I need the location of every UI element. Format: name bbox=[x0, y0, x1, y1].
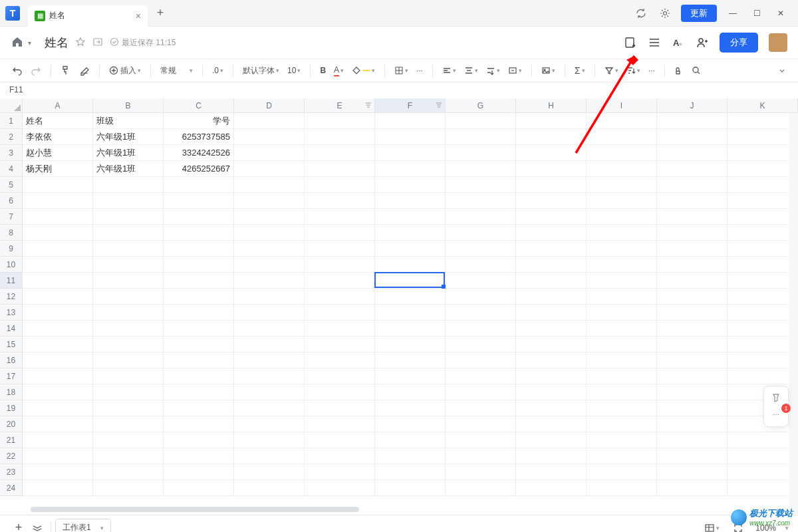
cell[interactable] bbox=[93, 480, 164, 496]
cell[interactable] bbox=[23, 305, 93, 321]
cell[interactable] bbox=[728, 145, 798, 161]
cell[interactable] bbox=[446, 305, 516, 321]
cell[interactable] bbox=[587, 145, 657, 161]
cell[interactable] bbox=[446, 177, 516, 193]
cell[interactable] bbox=[164, 400, 234, 416]
cell[interactable] bbox=[234, 384, 305, 400]
cell[interactable] bbox=[164, 448, 234, 464]
select-all-corner[interactable] bbox=[0, 98, 23, 112]
cell[interactable] bbox=[305, 336, 375, 352]
cell[interactable] bbox=[587, 289, 657, 305]
cell[interactable] bbox=[234, 177, 305, 193]
cell[interactable] bbox=[375, 145, 446, 161]
cell[interactable] bbox=[516, 416, 587, 432]
cell[interactable] bbox=[657, 352, 728, 368]
cell[interactable] bbox=[587, 432, 657, 448]
cell[interactable] bbox=[587, 193, 657, 209]
update-button[interactable]: 更新 bbox=[681, 5, 717, 22]
cell[interactable] bbox=[657, 384, 728, 400]
decimal-button[interactable]: .0▾ bbox=[209, 63, 226, 78]
row-header[interactable]: 17 bbox=[0, 368, 23, 384]
cell[interactable] bbox=[375, 289, 446, 305]
cell[interactable] bbox=[587, 321, 657, 336]
cell[interactable] bbox=[234, 113, 305, 129]
cell[interactable] bbox=[375, 416, 446, 432]
cell[interactable] bbox=[657, 464, 728, 480]
cell[interactable] bbox=[375, 448, 446, 464]
cell[interactable] bbox=[375, 305, 446, 321]
cell[interactable] bbox=[23, 177, 93, 193]
cell[interactable] bbox=[234, 145, 305, 161]
cell[interactable] bbox=[728, 432, 798, 448]
cell[interactable] bbox=[728, 225, 798, 241]
cell[interactable] bbox=[587, 129, 657, 145]
row-header[interactable]: 2 bbox=[0, 129, 23, 145]
cell[interactable] bbox=[657, 336, 728, 352]
new-tab-button[interactable]: + bbox=[150, 3, 170, 23]
cell[interactable] bbox=[234, 209, 305, 225]
cell[interactable] bbox=[516, 400, 587, 416]
cell[interactable] bbox=[305, 273, 375, 289]
column-header[interactable]: K bbox=[728, 98, 798, 112]
cell[interactable] bbox=[446, 257, 516, 273]
cell[interactable] bbox=[93, 257, 164, 273]
document-tab[interactable]: ▦ 姓名 × bbox=[28, 5, 148, 27]
row-header[interactable]: 15 bbox=[0, 336, 23, 352]
cell[interactable] bbox=[446, 336, 516, 352]
cell[interactable] bbox=[516, 145, 587, 161]
cell[interactable] bbox=[305, 177, 375, 193]
cell[interactable] bbox=[164, 257, 234, 273]
column-header[interactable]: J bbox=[657, 98, 728, 112]
image-button[interactable]: ▾ bbox=[539, 63, 558, 78]
cell[interactable] bbox=[375, 273, 446, 289]
insert-button[interactable]: 插入▾ bbox=[106, 63, 144, 78]
cell[interactable] bbox=[446, 321, 516, 336]
cell[interactable] bbox=[23, 225, 93, 241]
cell[interactable] bbox=[23, 448, 93, 464]
filter-indicator-icon[interactable] bbox=[436, 101, 442, 110]
cell[interactable] bbox=[446, 352, 516, 368]
cell[interactable] bbox=[446, 289, 516, 305]
cell[interactable] bbox=[305, 225, 375, 241]
cell[interactable] bbox=[728, 257, 798, 273]
cell[interactable] bbox=[305, 432, 375, 448]
cell[interactable] bbox=[164, 480, 234, 496]
cell[interactable] bbox=[23, 352, 93, 368]
cell[interactable] bbox=[446, 193, 516, 209]
cell[interactable] bbox=[446, 416, 516, 432]
undo-button[interactable] bbox=[9, 63, 25, 78]
cell[interactable] bbox=[305, 464, 375, 480]
cell[interactable]: 赵小慧 bbox=[23, 145, 93, 161]
minimize-button[interactable]: — bbox=[721, 1, 745, 25]
cell[interactable] bbox=[516, 480, 587, 496]
cell[interactable] bbox=[587, 161, 657, 177]
cell[interactable] bbox=[375, 161, 446, 177]
view-mode-button[interactable]: ▾ bbox=[702, 519, 721, 533]
cell[interactable] bbox=[446, 225, 516, 241]
cell[interactable] bbox=[657, 448, 728, 464]
cell[interactable] bbox=[657, 145, 728, 161]
cell[interactable] bbox=[446, 113, 516, 129]
cell[interactable] bbox=[93, 225, 164, 241]
cell[interactable] bbox=[516, 432, 587, 448]
cell[interactable]: 姓名 bbox=[23, 113, 93, 129]
cell[interactable] bbox=[375, 480, 446, 496]
cell[interactable] bbox=[164, 432, 234, 448]
cell[interactable] bbox=[164, 336, 234, 352]
row-header[interactable]: 14 bbox=[0, 321, 23, 336]
cell[interactable] bbox=[23, 209, 93, 225]
cell[interactable] bbox=[375, 257, 446, 273]
cell[interactable] bbox=[728, 305, 798, 321]
cell[interactable] bbox=[728, 273, 798, 289]
cell[interactable] bbox=[375, 209, 446, 225]
row-header[interactable]: 18 bbox=[0, 384, 23, 400]
cell[interactable] bbox=[587, 113, 657, 129]
cell[interactable] bbox=[657, 273, 728, 289]
share-button[interactable]: 分享 bbox=[720, 33, 758, 53]
cell[interactable] bbox=[657, 480, 728, 496]
cell[interactable] bbox=[23, 384, 93, 400]
cell[interactable] bbox=[728, 193, 798, 209]
cell[interactable] bbox=[164, 241, 234, 257]
cell[interactable]: 六年级1班 bbox=[93, 145, 164, 161]
cell[interactable] bbox=[446, 464, 516, 480]
